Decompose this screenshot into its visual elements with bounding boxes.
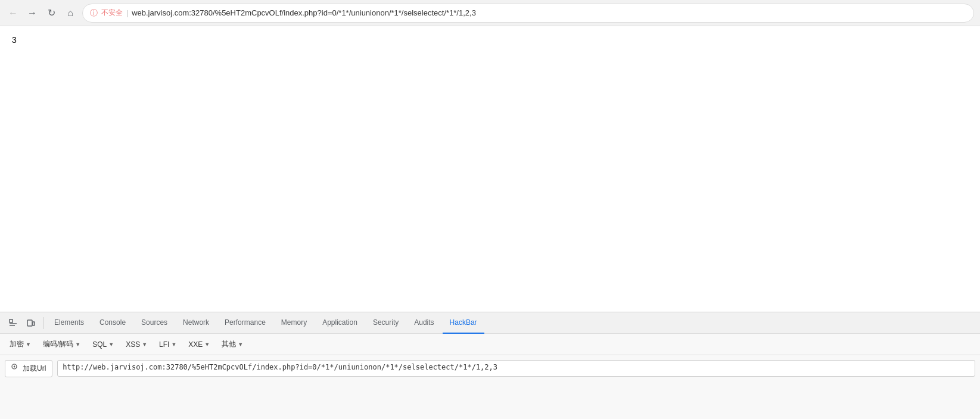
back-button[interactable]: ← bbox=[6, 6, 20, 20]
page-text: 3 bbox=[12, 35, 17, 45]
forward-button[interactable]: → bbox=[25, 6, 39, 20]
address-bar: ⓘ 不安全 | web.jarvisoj.com:32780/%5eHT2mCp… bbox=[82, 4, 974, 23]
url-display: web.jarvisoj.com:32780/%5eHT2mCpcvOLf/in… bbox=[132, 8, 476, 17]
reload-button[interactable]: ↻ bbox=[44, 6, 58, 20]
security-text: 不安全 bbox=[101, 8, 123, 18]
page-content: 3 bbox=[0, 26, 980, 312]
browser-toolbar: ← → ↻ ⌂ ⓘ 不安全 | web.jarvisoj.com:32780/%… bbox=[0, 0, 980, 26]
url-separator: | bbox=[126, 9, 128, 17]
security-icon: ⓘ bbox=[90, 8, 98, 18]
home-button[interactable]: ⌂ bbox=[63, 6, 77, 20]
